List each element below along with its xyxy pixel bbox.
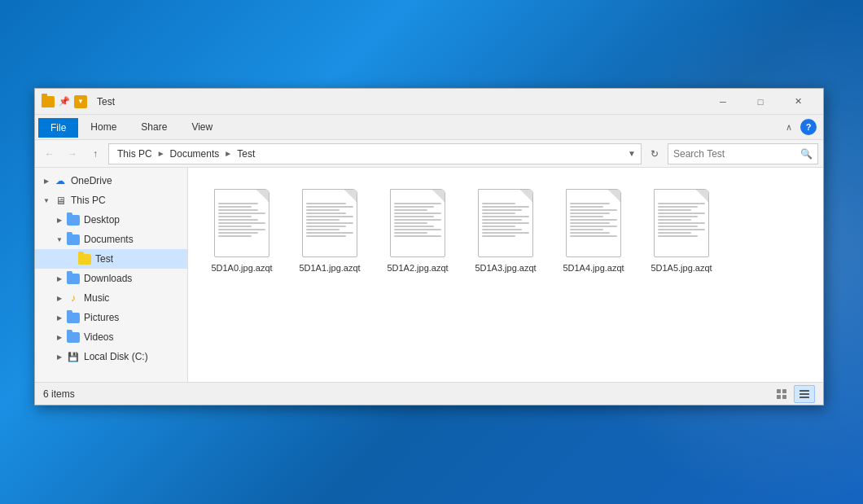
file-line bbox=[570, 235, 617, 237]
file-line bbox=[570, 216, 603, 217]
tab-home[interactable]: Home bbox=[78, 117, 129, 137]
tab-file[interactable]: File bbox=[38, 118, 78, 138]
sidebar-item-documents[interactable]: ▼ Documents bbox=[35, 230, 187, 249]
file-line bbox=[394, 203, 441, 204]
view-large-icons-button[interactable] bbox=[794, 385, 815, 403]
file-item-1[interactable]: 5D1A1.jpg.azqt bbox=[289, 181, 370, 280]
path-documents[interactable]: Documents bbox=[167, 147, 223, 161]
file-line bbox=[658, 203, 705, 204]
path-test[interactable]: Test bbox=[234, 147, 258, 161]
sidebar-label-this-pc: This PC bbox=[71, 195, 106, 206]
title-bar: 📌 ▼ Test ─ □ ✕ bbox=[35, 89, 823, 115]
path-dropdown[interactable]: ▼ bbox=[628, 149, 636, 158]
content-area: 5D1A0.jpg.azqt bbox=[188, 168, 823, 382]
window-title: Test bbox=[97, 96, 704, 107]
help-button[interactable]: ? bbox=[800, 119, 817, 135]
up-button[interactable]: ↑ bbox=[85, 144, 105, 164]
search-icon[interactable]: 🔍 bbox=[800, 148, 813, 160]
file-item-5[interactable]: 5D1A5.jpg.azqt bbox=[641, 181, 722, 280]
file-icon-container-1 bbox=[300, 187, 359, 259]
file-lines bbox=[394, 203, 441, 237]
window-controls: ─ □ ✕ bbox=[704, 89, 817, 115]
ribbon-tabs: File Home Share View ∧ ? bbox=[35, 115, 823, 139]
tab-share[interactable]: Share bbox=[129, 117, 179, 137]
file-line bbox=[306, 203, 346, 204]
path-this-pc[interactable]: This PC bbox=[114, 147, 156, 161]
sidebar-item-videos[interactable]: ▶ Videos bbox=[35, 327, 187, 347]
sidebar-label-videos: Videos bbox=[84, 331, 113, 343]
sidebar-item-test[interactable]: Test bbox=[35, 249, 187, 269]
ribbon: File Home Share View ∧ ? bbox=[35, 115, 823, 140]
view-details-button[interactable] bbox=[771, 385, 792, 403]
sidebar-item-local-disk[interactable]: ▶ 💾 Local Disk (C:) bbox=[35, 347, 187, 366]
file-line bbox=[570, 203, 610, 204]
sidebar-item-desktop[interactable]: ▶ Desktop bbox=[35, 210, 187, 230]
file-line bbox=[482, 226, 515, 227]
refresh-button[interactable]: ↻ bbox=[645, 144, 664, 164]
sidebar-label-desktop: Desktop bbox=[84, 214, 120, 226]
file-item-0[interactable]: 5D1A0.jpg.azqt bbox=[201, 181, 283, 280]
file-lines bbox=[658, 203, 705, 237]
file-line bbox=[394, 213, 441, 214]
file-name-2: 5D1A2.jpg.azqt bbox=[387, 262, 448, 274]
file-item-3[interactable]: 5D1A3.jpg.azqt bbox=[465, 181, 546, 280]
ribbon-right: ∧ ? bbox=[781, 119, 820, 135]
file-icon-container-0 bbox=[212, 187, 271, 259]
expand-arrow-desktop: ▶ bbox=[53, 217, 66, 224]
file-line bbox=[482, 206, 529, 208]
file-line bbox=[570, 226, 617, 227]
pictures-folder-icon bbox=[66, 310, 81, 325]
file-lines bbox=[218, 203, 265, 237]
back-button[interactable]: ← bbox=[40, 144, 59, 164]
close-button[interactable]: ✕ bbox=[779, 89, 817, 115]
file-line bbox=[482, 203, 515, 204]
file-line bbox=[658, 209, 691, 211]
svg-rect-1 bbox=[782, 389, 786, 393]
file-icon-container-2 bbox=[388, 187, 447, 259]
sidebar-label-downloads: Downloads bbox=[84, 273, 132, 284]
folder-icon bbox=[42, 96, 55, 107]
address-bar: ← → ↑ This PC ► Documents ► Test ▼ ↻ 🔍 bbox=[35, 140, 823, 168]
sidebar-item-downloads[interactable]: ▶ Downloads bbox=[35, 269, 187, 288]
minimize-button[interactable]: ─ bbox=[704, 89, 742, 115]
file-line bbox=[658, 235, 698, 237]
file-line bbox=[570, 209, 617, 211]
file-line bbox=[218, 216, 252, 217]
expand-arrow-documents: ▼ bbox=[53, 236, 66, 243]
file-line bbox=[570, 229, 603, 230]
sidebar-item-music[interactable]: ▶ ♪ Music bbox=[35, 288, 187, 308]
sidebar-item-this-pc[interactable]: ▼ 🖥 This PC bbox=[35, 191, 187, 210]
file-line bbox=[394, 222, 427, 224]
tab-view[interactable]: View bbox=[179, 117, 225, 137]
expand-arrow-test bbox=[64, 256, 77, 263]
ribbon-collapse-button[interactable]: ∧ bbox=[781, 119, 797, 135]
sidebar-item-onedrive[interactable]: ▶ ☁ OneDrive bbox=[35, 171, 187, 191]
file-item-2[interactable]: 5D1A2.jpg.azqt bbox=[377, 181, 458, 280]
file-line bbox=[306, 226, 346, 227]
file-line bbox=[306, 213, 346, 214]
expand-arrow-thispc: ▼ bbox=[40, 197, 53, 204]
file-line bbox=[218, 229, 265, 230]
sidebar-item-pictures[interactable]: ▶ Pictures bbox=[35, 308, 187, 327]
maximize-button[interactable]: □ bbox=[742, 89, 779, 115]
desktop-folder-icon bbox=[66, 213, 81, 227]
file-line bbox=[658, 226, 698, 227]
view-buttons bbox=[771, 385, 815, 403]
search-input[interactable] bbox=[673, 148, 800, 160]
forward-button[interactable]: → bbox=[63, 144, 82, 164]
file-lines bbox=[570, 203, 617, 237]
file-line bbox=[482, 229, 522, 230]
downloads-folder-icon bbox=[66, 271, 81, 286]
file-name-4: 5D1A4.jpg.azqt bbox=[563, 262, 624, 274]
file-line bbox=[658, 219, 691, 221]
test-folder-icon bbox=[77, 252, 92, 266]
sidebar-label-local-disk: Local Disk (C:) bbox=[84, 351, 148, 362]
file-line bbox=[394, 235, 441, 237]
file-line bbox=[306, 229, 340, 230]
file-item-4[interactable]: 5D1A4.jpg.azqt bbox=[553, 181, 634, 280]
file-line bbox=[658, 213, 705, 214]
pin-icon: 📌 bbox=[58, 95, 71, 108]
file-line bbox=[482, 235, 515, 237]
expand-arrow-videos: ▶ bbox=[53, 334, 66, 341]
file-line bbox=[394, 226, 434, 227]
